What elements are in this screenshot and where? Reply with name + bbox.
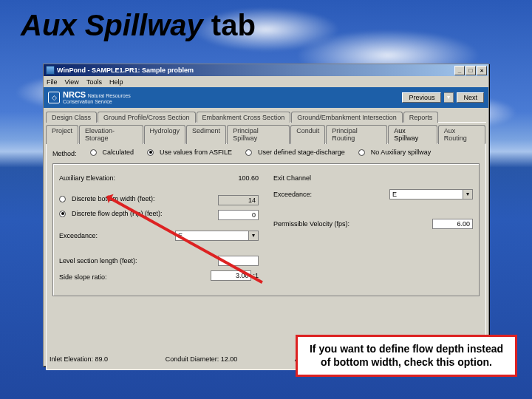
nrcs-logo-icon: ◇ xyxy=(48,92,60,103)
menu-help[interactable]: Help xyxy=(109,78,123,86)
nav-dropdown-arrow[interactable]: ▾ xyxy=(444,92,454,103)
radio-no-aux[interactable] xyxy=(358,149,365,156)
exceedance-right-label: Exceedance: xyxy=(273,191,312,198)
aux-group: Auxiliary Elevation: 100.60 Discrete bot… xyxy=(52,163,480,296)
radio-no-aux-label: No Auxiliary spillway xyxy=(371,149,432,156)
tab-design-class[interactable]: Design Class xyxy=(46,112,97,123)
app-window: WinPond - SAMPLE1.PR1: Sample problem _ … xyxy=(43,64,489,366)
method-label: Method: xyxy=(52,150,77,157)
flow-depth-field[interactable]: 0 xyxy=(218,210,259,220)
aux-elev-label: Auxiliary Elevation: xyxy=(59,174,115,182)
tab-aux-spillway[interactable]: Aux Spillway xyxy=(388,125,437,144)
tab-row-bottom: Project Elevation-Storage Hydrology Sedi… xyxy=(46,123,486,144)
level-section-label: Level section length (feet): xyxy=(59,257,137,265)
radio-asfile-label: Use values from ASFILE xyxy=(160,149,232,156)
radio-calculated[interactable] xyxy=(90,149,97,156)
slide-title-rest: tab xyxy=(203,9,256,41)
status-conduit-diam: Conduit Diameter: 12.00 xyxy=(166,355,238,363)
tab-sediment[interactable]: Sediment xyxy=(186,125,226,144)
bottom-width-field[interactable]: 14 xyxy=(218,195,259,205)
tab-project[interactable]: Project xyxy=(46,125,78,144)
tab-hydrology[interactable]: Hydrology xyxy=(144,125,186,144)
close-button[interactable]: × xyxy=(477,66,487,75)
tab-principal-spillway[interactable]: Principal Spillway xyxy=(227,125,290,144)
slide-title: Aux Spillway tab xyxy=(21,9,256,42)
tab-embankment-cross[interactable]: Embankment Cross Section xyxy=(197,112,291,123)
nrcs-name: NRCS xyxy=(63,90,86,99)
app-icon xyxy=(46,66,55,75)
next-button[interactable]: Next xyxy=(457,92,484,103)
menu-file[interactable]: File xyxy=(47,78,58,86)
radio-asfile[interactable] xyxy=(147,149,154,156)
slide-title-italic: Aux Spillway xyxy=(21,9,203,41)
tab-elevation-storage[interactable]: Elevation-Storage xyxy=(79,125,143,144)
org-banner: ◇ NRCS Natural Resources Conservation Se… xyxy=(44,87,488,108)
nrcs-line1: Natural Resources xyxy=(88,93,131,98)
chevron-down-icon[interactable]: ▾ xyxy=(249,231,259,241)
tab-principal-routing[interactable]: Principal Routing xyxy=(326,125,387,144)
menu-view[interactable]: View xyxy=(65,78,79,86)
status-inlet-elev: Inlet Elevation: 89.0 xyxy=(50,355,108,363)
radio-bottom-width[interactable] xyxy=(59,196,66,202)
titlebar[interactable]: WinPond - SAMPLE1.PR1: Sample problem _ … xyxy=(44,64,488,76)
side-slope-label: Side slope ratio: xyxy=(59,273,107,281)
radio-flow-depth-label: Discrete flow depth (Hp) (feet): xyxy=(72,210,163,217)
menu-tools[interactable]: Tools xyxy=(86,78,102,86)
tab-row-top: Design Class Ground Profile/Cross Sectio… xyxy=(46,109,486,123)
previous-button[interactable]: Previous xyxy=(402,92,441,103)
perm-velocity-label: Permissible Velocity (fps): xyxy=(273,220,349,228)
aux-elev-value: 100.60 xyxy=(214,174,259,182)
perm-velocity-field[interactable]: 6.00 xyxy=(432,219,473,229)
chevron-down-icon[interactable]: ▾ xyxy=(463,189,473,200)
tab-aux-routing[interactable]: Aux Routing xyxy=(438,125,485,144)
tab-reports[interactable]: Reports xyxy=(403,112,439,123)
tab-ground-profile[interactable]: Ground Profile/Cross Section xyxy=(98,112,196,123)
window-title: WinPond - SAMPLE1.PR1: Sample problem xyxy=(57,66,194,74)
radio-flow-depth[interactable] xyxy=(59,211,66,217)
exit-channel-label: Exit Channel xyxy=(273,174,311,182)
menu-bar: File View Tools Help xyxy=(44,76,488,87)
radio-calculated-label: Calculated xyxy=(103,149,134,156)
radio-user-defined-label: User defined stage-discharge xyxy=(258,149,345,156)
tab-ground-embankment[interactable]: Ground/Embankment Intersection xyxy=(291,112,403,123)
exceedance-right-select[interactable]: E xyxy=(389,189,463,200)
exceedance-left-label: Exceedance: xyxy=(59,232,98,239)
minimize-button[interactable]: _ xyxy=(454,66,465,75)
radio-user-defined[interactable] xyxy=(245,149,252,156)
nrcs-line2: Conservation Service xyxy=(63,99,131,104)
callout-box: If you want to define flow depth instead… xyxy=(296,335,517,377)
maximize-button[interactable]: □ xyxy=(466,66,476,75)
tab-conduit[interactable]: Conduit xyxy=(290,125,325,144)
